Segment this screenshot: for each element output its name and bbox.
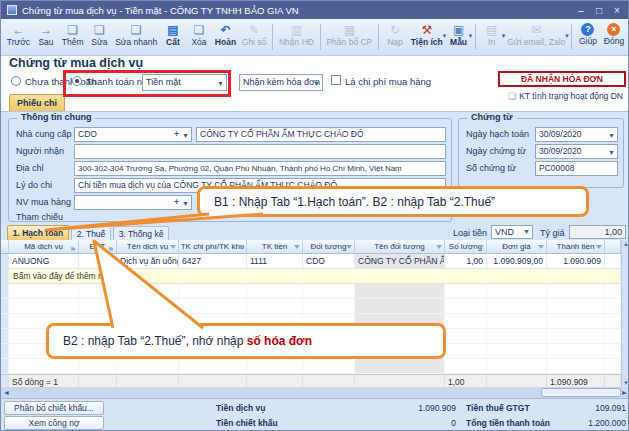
filter-icon[interactable] [596,245,602,249]
toolbar-button-delete[interactable]: ❏Xóa [186,21,212,54]
address-field[interactable]: 300-302-304 Trường Sa, Phường 02, Quận P… [74,161,446,176]
scroll-up-icon[interactable]: ▲ [622,241,629,247]
toolbar-button-add-doc[interactable]: ❏Thêm [59,21,86,54]
chevron-down-icon[interactable]: ▼ [182,129,189,142]
filter-icon[interactable] [238,245,244,249]
toolbar-separator [272,24,273,50]
invoice-option-select[interactable]: Nhận kèm hóa đơn ▼ [239,74,323,91]
cell-1[interactable]: ANUONG [9,254,79,269]
purchase-cost-checkbox[interactable] [331,75,341,85]
cell-8[interactable]: 1,00 [445,254,487,269]
minimize-button[interactable]: – [574,5,588,16]
save-icon: ▤ [167,23,178,37]
table-row[interactable]: ANUONGDịch vụ ăn uống64271111CDOCÔNG TY … [1,254,621,269]
column-header-4[interactable]: TK chi phí/TK kho [179,240,247,254]
receiver-field[interactable] [74,144,446,159]
filter-icon[interactable] [538,245,544,249]
chevron-down-icon[interactable]: ▼ [608,146,615,159]
pin-icon[interactable]: ⚑ [108,243,114,254]
row-selector[interactable] [1,344,9,359]
row-selector[interactable] [1,329,9,344]
cell-4[interactable]: 6427 [179,254,247,269]
view-debt-button[interactable]: Xem công nợ [4,416,104,430]
row-selector[interactable] [1,240,9,254]
business-status-check-link[interactable]: ❏ KT tình trạng hoạt động DN [508,91,623,101]
allocate-discount-button[interactable]: Phân bổ chiết khấu... [4,401,104,415]
filter-icon[interactable] [436,245,442,249]
scrollbar-thumb[interactable] [541,388,621,397]
doc-no-field[interactable]: PC00008 [535,161,618,176]
row-selector[interactable] [1,254,9,269]
column-header-1[interactable]: Mã dịch vụ⚑ [9,240,79,254]
add-icon[interactable]: + [174,128,179,141]
column-header-8[interactable]: Số lượng [445,240,487,254]
toolbar-button-help[interactable]: ?Giúp [575,21,601,54]
tab-thong-ke[interactable]: 3. Thống kê [113,226,169,240]
column-header-5[interactable]: TK tiền [247,240,303,254]
horizontal-scrollbar[interactable]: ◄ ► [1,387,629,398]
add-icon[interactable]: + [174,196,179,209]
toolbar-button-template[interactable]: ▣Mẫu▼ [446,21,472,54]
cell-6[interactable]: CDO [303,254,355,269]
column-header-6[interactable]: Đối tượng [303,240,355,254]
tab-thue[interactable]: 2. Thuế [71,226,111,240]
toolbar-button-edit-doc[interactable]: ❏Sửa [86,21,112,54]
tab-hach-toan[interactable]: 1. Hạch toán [7,225,69,240]
column-header-7[interactable]: Tên đối tượng [355,240,445,254]
add-new-row[interactable]: Bấm vào đây để thêm mới [1,269,621,284]
row-selector[interactable] [1,314,9,329]
supplier-code-value: CDO [78,129,97,139]
scroll-right-icon[interactable]: ► [619,387,629,398]
filter-icon[interactable] [294,245,300,249]
filter-icon[interactable] [478,245,484,249]
cell-10[interactable]: 1.090.909 [547,254,605,269]
doc-date-field[interactable]: 30/09/2020 ▼ [535,144,618,159]
supplier-code-field[interactable]: CDO + ▼ [74,127,192,142]
chevron-down-icon[interactable]: ▼ [182,197,189,210]
toolbar-button-close[interactable]: ×Đóng [601,21,627,54]
toolbar-button-quick-edit[interactable]: ❏Sửa nhanh [112,21,160,54]
cell-7[interactable]: CÔNG TY CỔ PHẦN ẨM T [355,254,445,269]
maximize-button[interactable]: □ [592,5,606,16]
row-selector[interactable] [1,359,9,374]
posting-date-field[interactable]: 30/09/2020 ▼ [535,127,618,142]
cell-3[interactable]: Dịch vụ ăn uống [117,254,179,269]
radio-unpaid[interactable] [11,76,21,86]
toolbar-button-undo[interactable]: ↶Hoàn [212,21,239,54]
currency-select[interactable]: VND ▼ [491,225,533,239]
toolbar-button-forward[interactable]: →Sau [33,21,59,54]
scroll-down-icon[interactable]: ▼ [622,380,629,386]
toolbar-button-save[interactable]: ▤Cất [160,21,186,54]
tab-phieu-chi[interactable]: Phiếu chi [9,94,65,112]
chevron-down-icon[interactable]: ▼ [608,129,615,142]
row-selector[interactable] [1,269,9,284]
cell-5[interactable]: 1111 [247,254,303,269]
cell-2[interactable] [79,254,117,269]
row-selector[interactable] [1,375,9,387]
row-selector[interactable] [1,284,9,299]
supplier-name-field[interactable]: CÔNG TY CỔ PHẦN ẨM THỰC CHÁO ĐÔ [196,127,446,142]
pin-icon[interactable]: ⚑ [70,243,76,254]
toolbar-button-back[interactable]: ←Trước [4,21,33,54]
currency-label: Loại tiền [453,228,487,238]
row-selector[interactable] [1,299,9,314]
filter-icon[interactable] [346,245,352,249]
cell-9[interactable]: 1.090.909,00 [487,254,547,269]
column-header-11[interactable] [605,240,621,254]
column-header-10[interactable]: Thành tiền [547,240,605,254]
column-header-3[interactable]: Tên dịch vụ [117,240,179,254]
column-header-9[interactable]: Đơn giá [487,240,547,254]
vertical-scrollbar[interactable]: ▲ ▼ [621,240,629,387]
app-icon [7,5,17,15]
close-button[interactable]: × [610,5,624,16]
toolbar-label: In [488,37,495,47]
exchange-rate-field[interactable]: 1,00 [569,225,626,239]
toolbar-button-utilities[interactable]: ⚒Tiện ích▼ [408,21,446,54]
cell-11[interactable] [605,254,621,269]
scroll-left-icon[interactable]: ◄ [1,387,12,398]
chevron-down-icon[interactable]: ▼ [468,33,474,39]
chevron-down-icon[interactable]: ▼ [564,33,570,39]
purchase-staff-field[interactable]: + ▼ [74,195,192,210]
column-header-2[interactable]: ĐVT⚑ [79,240,117,254]
filter-icon[interactable] [170,245,176,249]
